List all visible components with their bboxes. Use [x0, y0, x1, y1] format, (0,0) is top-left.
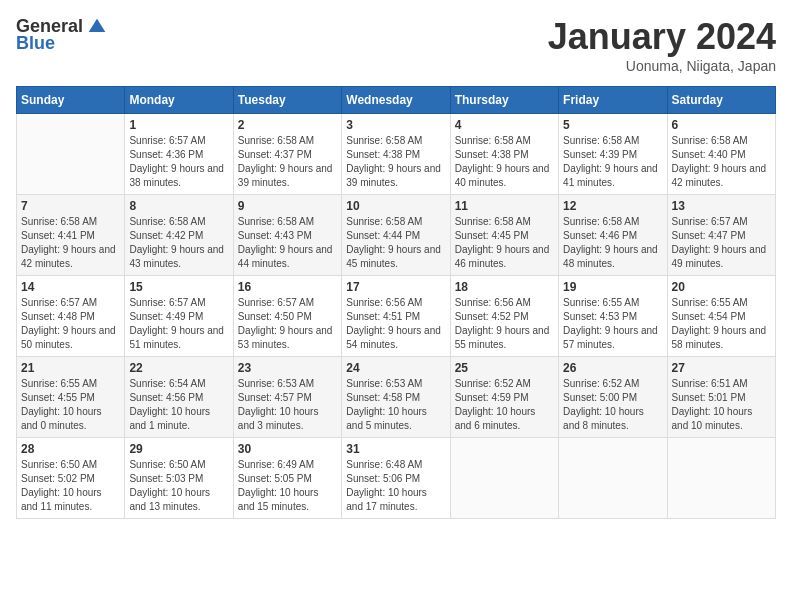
calendar-cell: 12Sunrise: 6:58 AM Sunset: 4:46 PM Dayli…	[559, 195, 667, 276]
day-info: Sunrise: 6:57 AM Sunset: 4:50 PM Dayligh…	[238, 296, 337, 352]
calendar-cell	[17, 114, 125, 195]
weekday-header-sunday: Sunday	[17, 87, 125, 114]
day-number: 16	[238, 280, 337, 294]
day-number: 7	[21, 199, 120, 213]
day-info: Sunrise: 6:58 AM Sunset: 4:38 PM Dayligh…	[346, 134, 445, 190]
day-info: Sunrise: 6:53 AM Sunset: 4:57 PM Dayligh…	[238, 377, 337, 433]
calendar-week-row: 7Sunrise: 6:58 AM Sunset: 4:41 PM Daylig…	[17, 195, 776, 276]
day-info: Sunrise: 6:49 AM Sunset: 5:05 PM Dayligh…	[238, 458, 337, 514]
day-info: Sunrise: 6:58 AM Sunset: 4:46 PM Dayligh…	[563, 215, 662, 271]
calendar-table: SundayMondayTuesdayWednesdayThursdayFrid…	[16, 86, 776, 519]
calendar-cell	[559, 438, 667, 519]
day-number: 6	[672, 118, 771, 132]
calendar-week-row: 1Sunrise: 6:57 AM Sunset: 4:36 PM Daylig…	[17, 114, 776, 195]
day-info: Sunrise: 6:51 AM Sunset: 5:01 PM Dayligh…	[672, 377, 771, 433]
day-number: 30	[238, 442, 337, 456]
day-number: 23	[238, 361, 337, 375]
day-info: Sunrise: 6:57 AM Sunset: 4:48 PM Dayligh…	[21, 296, 120, 352]
calendar-cell: 1Sunrise: 6:57 AM Sunset: 4:36 PM Daylig…	[125, 114, 233, 195]
weekday-header-tuesday: Tuesday	[233, 87, 341, 114]
calendar-cell: 4Sunrise: 6:58 AM Sunset: 4:38 PM Daylig…	[450, 114, 558, 195]
day-info: Sunrise: 6:50 AM Sunset: 5:03 PM Dayligh…	[129, 458, 228, 514]
logo: General Blue	[16, 16, 107, 54]
logo-icon	[87, 17, 107, 37]
day-number: 24	[346, 361, 445, 375]
day-info: Sunrise: 6:58 AM Sunset: 4:42 PM Dayligh…	[129, 215, 228, 271]
day-info: Sunrise: 6:58 AM Sunset: 4:39 PM Dayligh…	[563, 134, 662, 190]
day-info: Sunrise: 6:55 AM Sunset: 4:55 PM Dayligh…	[21, 377, 120, 433]
weekday-header-monday: Monday	[125, 87, 233, 114]
day-number: 22	[129, 361, 228, 375]
day-number: 8	[129, 199, 228, 213]
day-number: 27	[672, 361, 771, 375]
day-number: 1	[129, 118, 228, 132]
calendar-cell: 31Sunrise: 6:48 AM Sunset: 5:06 PM Dayli…	[342, 438, 450, 519]
weekday-header-thursday: Thursday	[450, 87, 558, 114]
day-number: 25	[455, 361, 554, 375]
day-info: Sunrise: 6:58 AM Sunset: 4:41 PM Dayligh…	[21, 215, 120, 271]
day-number: 28	[21, 442, 120, 456]
day-info: Sunrise: 6:48 AM Sunset: 5:06 PM Dayligh…	[346, 458, 445, 514]
day-info: Sunrise: 6:57 AM Sunset: 4:47 PM Dayligh…	[672, 215, 771, 271]
calendar-cell: 13Sunrise: 6:57 AM Sunset: 4:47 PM Dayli…	[667, 195, 775, 276]
calendar-cell: 6Sunrise: 6:58 AM Sunset: 4:40 PM Daylig…	[667, 114, 775, 195]
calendar-cell: 10Sunrise: 6:58 AM Sunset: 4:44 PM Dayli…	[342, 195, 450, 276]
calendar-cell: 16Sunrise: 6:57 AM Sunset: 4:50 PM Dayli…	[233, 276, 341, 357]
day-number: 10	[346, 199, 445, 213]
calendar-cell: 2Sunrise: 6:58 AM Sunset: 4:37 PM Daylig…	[233, 114, 341, 195]
calendar-cell: 27Sunrise: 6:51 AM Sunset: 5:01 PM Dayli…	[667, 357, 775, 438]
calendar-cell: 11Sunrise: 6:58 AM Sunset: 4:45 PM Dayli…	[450, 195, 558, 276]
calendar-cell: 14Sunrise: 6:57 AM Sunset: 4:48 PM Dayli…	[17, 276, 125, 357]
day-info: Sunrise: 6:56 AM Sunset: 4:51 PM Dayligh…	[346, 296, 445, 352]
day-number: 19	[563, 280, 662, 294]
day-number: 17	[346, 280, 445, 294]
calendar-cell: 21Sunrise: 6:55 AM Sunset: 4:55 PM Dayli…	[17, 357, 125, 438]
calendar-cell: 9Sunrise: 6:58 AM Sunset: 4:43 PM Daylig…	[233, 195, 341, 276]
day-number: 20	[672, 280, 771, 294]
day-info: Sunrise: 6:58 AM Sunset: 4:44 PM Dayligh…	[346, 215, 445, 271]
calendar-cell: 28Sunrise: 6:50 AM Sunset: 5:02 PM Dayli…	[17, 438, 125, 519]
weekday-header-saturday: Saturday	[667, 87, 775, 114]
calendar-cell: 8Sunrise: 6:58 AM Sunset: 4:42 PM Daylig…	[125, 195, 233, 276]
calendar-cell: 25Sunrise: 6:52 AM Sunset: 4:59 PM Dayli…	[450, 357, 558, 438]
day-number: 4	[455, 118, 554, 132]
day-info: Sunrise: 6:57 AM Sunset: 4:36 PM Dayligh…	[129, 134, 228, 190]
logo-blue-text: Blue	[16, 33, 55, 54]
day-number: 26	[563, 361, 662, 375]
calendar-week-row: 28Sunrise: 6:50 AM Sunset: 5:02 PM Dayli…	[17, 438, 776, 519]
day-number: 11	[455, 199, 554, 213]
day-number: 15	[129, 280, 228, 294]
day-info: Sunrise: 6:55 AM Sunset: 4:53 PM Dayligh…	[563, 296, 662, 352]
day-info: Sunrise: 6:58 AM Sunset: 4:37 PM Dayligh…	[238, 134, 337, 190]
month-title: January 2024	[548, 16, 776, 58]
day-number: 18	[455, 280, 554, 294]
calendar-week-row: 21Sunrise: 6:55 AM Sunset: 4:55 PM Dayli…	[17, 357, 776, 438]
calendar-cell: 5Sunrise: 6:58 AM Sunset: 4:39 PM Daylig…	[559, 114, 667, 195]
calendar-cell: 26Sunrise: 6:52 AM Sunset: 5:00 PM Dayli…	[559, 357, 667, 438]
title-section: January 2024 Uonuma, Niigata, Japan	[548, 16, 776, 74]
weekday-header-friday: Friday	[559, 87, 667, 114]
day-info: Sunrise: 6:50 AM Sunset: 5:02 PM Dayligh…	[21, 458, 120, 514]
svg-marker-0	[89, 18, 106, 31]
day-info: Sunrise: 6:58 AM Sunset: 4:43 PM Dayligh…	[238, 215, 337, 271]
day-number: 2	[238, 118, 337, 132]
calendar-cell: 23Sunrise: 6:53 AM Sunset: 4:57 PM Dayli…	[233, 357, 341, 438]
calendar-week-row: 14Sunrise: 6:57 AM Sunset: 4:48 PM Dayli…	[17, 276, 776, 357]
day-info: Sunrise: 6:56 AM Sunset: 4:52 PM Dayligh…	[455, 296, 554, 352]
page-header: General Blue January 2024 Uonuma, Niigat…	[16, 16, 776, 74]
calendar-cell: 24Sunrise: 6:53 AM Sunset: 4:58 PM Dayli…	[342, 357, 450, 438]
calendar-cell: 30Sunrise: 6:49 AM Sunset: 5:05 PM Dayli…	[233, 438, 341, 519]
day-info: Sunrise: 6:54 AM Sunset: 4:56 PM Dayligh…	[129, 377, 228, 433]
day-info: Sunrise: 6:53 AM Sunset: 4:58 PM Dayligh…	[346, 377, 445, 433]
day-info: Sunrise: 6:52 AM Sunset: 5:00 PM Dayligh…	[563, 377, 662, 433]
calendar-cell: 20Sunrise: 6:55 AM Sunset: 4:54 PM Dayli…	[667, 276, 775, 357]
location: Uonuma, Niigata, Japan	[548, 58, 776, 74]
calendar-cell	[667, 438, 775, 519]
calendar-cell: 17Sunrise: 6:56 AM Sunset: 4:51 PM Dayli…	[342, 276, 450, 357]
day-info: Sunrise: 6:57 AM Sunset: 4:49 PM Dayligh…	[129, 296, 228, 352]
calendar-cell: 7Sunrise: 6:58 AM Sunset: 4:41 PM Daylig…	[17, 195, 125, 276]
day-number: 9	[238, 199, 337, 213]
day-info: Sunrise: 6:55 AM Sunset: 4:54 PM Dayligh…	[672, 296, 771, 352]
weekday-header-row: SundayMondayTuesdayWednesdayThursdayFrid…	[17, 87, 776, 114]
day-number: 21	[21, 361, 120, 375]
